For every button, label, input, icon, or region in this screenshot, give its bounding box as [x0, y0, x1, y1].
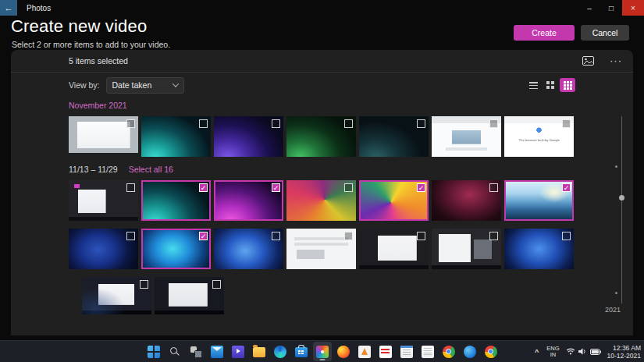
media-thumbnail[interactable]	[82, 277, 151, 314]
cancel-button[interactable]: Cancel	[581, 25, 629, 41]
thumbnail-checkbox[interactable]	[344, 232, 353, 240]
thumbnail-checkbox[interactable]	[489, 119, 498, 128]
thumbnail-checkbox[interactable]	[140, 280, 148, 289]
taskbar-browser-button[interactable]	[461, 342, 479, 361]
taskbar-mail-button[interactable]	[208, 342, 226, 361]
minimize-button[interactable]: –	[578, 0, 600, 16]
window-controls: – □ ×	[578, 0, 644, 16]
page-title: Create new video	[11, 16, 147, 37]
vlc-icon	[358, 346, 371, 358]
media-thumbnail[interactable]	[155, 277, 224, 314]
app-title: Photos	[27, 4, 51, 12]
media-thumbnail[interactable]	[214, 116, 283, 157]
large-grid-view-button[interactable]	[560, 78, 575, 92]
media-thumbnail[interactable]	[214, 229, 283, 269]
red-app-icon	[379, 346, 392, 358]
media-thumbnail[interactable]: ✓	[141, 229, 211, 269]
thumbnail-checkbox[interactable]: ✓	[417, 183, 425, 192]
taskbar-start-button[interactable]	[144, 342, 163, 361]
timeline-marker-dot	[615, 292, 617, 294]
select-all-link[interactable]: Select all 16	[129, 165, 173, 174]
media-thumbnail[interactable]: ✓	[359, 180, 429, 221]
media-thumbnail[interactable]	[286, 229, 356, 269]
media-thumbnail[interactable]: ✓	[504, 180, 574, 221]
thumbnail-checkbox[interactable]	[417, 119, 425, 128]
media-thumbnail[interactable]	[69, 229, 138, 269]
image-options-button[interactable]	[580, 53, 596, 69]
taskbar-store-button[interactable]	[292, 342, 311, 361]
tray-status-icons[interactable]	[566, 348, 601, 355]
sort-dropdown[interactable]: Date taken	[106, 77, 184, 94]
media-thumbnail[interactable]	[141, 116, 211, 157]
thumbnail-checkbox[interactable]	[212, 280, 221, 289]
image-icon	[582, 56, 594, 66]
maximize-button[interactable]: □	[600, 0, 622, 16]
movies-icon	[232, 346, 244, 358]
timeline-scrollbar-thumb[interactable]	[619, 195, 624, 201]
taskbar-photos-button[interactable]	[313, 342, 332, 361]
back-button[interactable]: ←	[0, 0, 17, 16]
media-thumbnail[interactable]: ✓	[141, 180, 211, 221]
thumbnail-row: ✓	[69, 229, 633, 269]
task-view-icon	[190, 346, 202, 358]
media-thumbnail[interactable]	[359, 116, 429, 157]
media-thumbnail[interactable]	[69, 180, 138, 221]
taskbar-document-button[interactable]	[418, 342, 437, 361]
taskbar-chrome-2-button[interactable]	[482, 342, 500, 361]
taskbar-edge-button[interactable]	[271, 342, 290, 361]
clock[interactable]: 12:36 AM 10-12-2021	[607, 344, 641, 360]
taskbar-task-view-button[interactable]	[187, 342, 205, 361]
thumbnail-checkbox[interactable]	[199, 119, 208, 128]
chrome-icon	[443, 346, 455, 358]
media-thumbnail[interactable]	[432, 116, 501, 157]
media-thumbnail[interactable]	[286, 116, 356, 157]
media-thumbnail[interactable]	[432, 180, 501, 221]
close-button[interactable]: ×	[622, 0, 644, 16]
thumbnail-checkbox[interactable]	[344, 119, 353, 128]
notepad-icon	[400, 346, 413, 358]
thumbnail-checkbox[interactable]: ✓	[199, 232, 208, 240]
header-actions: Create Cancel	[514, 25, 629, 41]
list-view-button[interactable]	[525, 78, 541, 92]
thumbnail-checkbox[interactable]	[489, 232, 498, 240]
thumbnail-checkbox[interactable]	[562, 232, 571, 240]
media-thumbnail[interactable]	[359, 229, 429, 269]
taskbar-vlc-button[interactable]	[355, 342, 374, 361]
region-label: IN	[550, 352, 557, 358]
thumbnail-checkbox[interactable]: ✓	[272, 183, 280, 192]
show-hidden-icons-button[interactable]: ^	[533, 348, 540, 356]
thumbnail-checkbox[interactable]	[126, 119, 135, 128]
taskbar: ^ ENG IN	[0, 340, 644, 362]
file-explorer-icon	[253, 347, 265, 357]
thumbnail-row	[82, 277, 633, 314]
taskbar-firefox-button[interactable]	[334, 342, 353, 361]
thumbnail-checkbox[interactable]	[562, 119, 571, 128]
thumbnail-checkbox[interactable]	[272, 119, 280, 128]
taskbar-chrome-button[interactable]	[439, 342, 458, 361]
media-thumbnail[interactable]	[69, 116, 138, 157]
media-thumbnail[interactable]	[286, 180, 356, 221]
thumbnail-checkbox[interactable]	[489, 183, 498, 192]
thumbnail-checkbox[interactable]	[344, 183, 353, 192]
media-thumbnail[interactable]	[504, 229, 574, 269]
thumbnail-checkbox[interactable]	[126, 183, 135, 192]
media-thumbnail[interactable]	[432, 229, 501, 269]
more-options-button[interactable]: ···	[608, 53, 624, 69]
taskbar-notepad-button[interactable]	[397, 342, 416, 361]
language-indicator[interactable]: ENG IN	[546, 346, 559, 358]
thumbnail-checkbox[interactable]	[272, 232, 280, 240]
media-thumbnail[interactable]: The browser built by Google	[504, 116, 574, 157]
media-thumbnail[interactable]: ✓	[214, 180, 283, 221]
taskbar-file-explorer-button[interactable]	[250, 342, 269, 361]
small-grid-view-button[interactable]	[543, 78, 558, 92]
timeline-scrollbar-track[interactable]	[621, 116, 622, 303]
taskbar-red-app-button[interactable]	[376, 342, 395, 361]
thumbnail-checkbox[interactable]	[417, 232, 425, 240]
taskbar-movies-button[interactable]	[229, 342, 247, 361]
thumbnail-checkbox[interactable]: ✓	[562, 183, 571, 192]
thumbnail-checkbox[interactable]: ✓	[199, 183, 208, 192]
taskbar-search-button[interactable]	[165, 342, 184, 361]
toolbar-actions: ···	[580, 53, 624, 69]
thumbnail-checkbox[interactable]	[126, 232, 135, 240]
create-button[interactable]: Create	[514, 25, 575, 41]
